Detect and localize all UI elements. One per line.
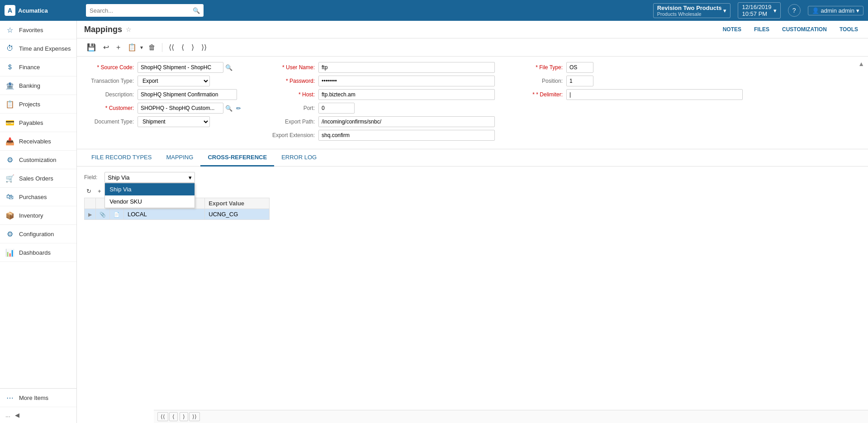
description-input[interactable] (138, 89, 237, 100)
user-avatar-icon: 👤 (812, 7, 819, 14)
add-button[interactable]: + (114, 42, 123, 53)
port-label: Port: (265, 105, 315, 111)
field-selector-row: Field: Ship Via ▾ Ship Via Vendor SKU (84, 172, 861, 183)
form-col-left: Source Code: 🔍 Transaction Type: Export … (84, 62, 247, 143)
customization-button[interactable]: CUSTOMIZATION (779, 24, 830, 34)
sidebar-item-favorites[interactable]: ☆ Favorites (0, 21, 76, 39)
sidebar-item-payables[interactable]: 💳 Payables (0, 114, 76, 132)
field-dropdown[interactable]: Ship Via ▾ (104, 172, 195, 183)
source-code-search-icon[interactable]: 🔍 (223, 63, 234, 72)
password-input[interactable] (318, 76, 495, 86)
host-input[interactable] (318, 89, 495, 100)
company-selector[interactable]: Revision Two Products Products Wholesale… (653, 3, 731, 18)
delete-button[interactable]: 🗑 (146, 42, 158, 53)
sidebar-label-finance: Finance (19, 64, 40, 71)
customer-input[interactable] (138, 103, 223, 114)
sidebar-item-inventory[interactable]: 📦 Inventory (0, 206, 76, 225)
field-dropdown-arrow: ▾ (189, 174, 192, 181)
search-input[interactable] (90, 7, 193, 14)
col-expand (85, 198, 96, 209)
search-button[interactable]: 🔍 (193, 7, 200, 14)
sidebar-item-projects[interactable]: 📋 Projects (0, 95, 76, 114)
username-input[interactable] (318, 62, 495, 73)
document-type-select[interactable]: Shipment Invoice Order (138, 116, 210, 127)
time-display: 10:57 PM (742, 10, 771, 17)
sidebar-item-configuration[interactable]: ⚙ Configuration (0, 225, 76, 243)
sidebar-collapse[interactable]: ... ◀ (0, 407, 76, 423)
source-code-input[interactable] (138, 62, 223, 73)
content-area: Mappings ☆ NOTES FILES CUSTOMIZATION TOO… (77, 21, 868, 423)
sidebar-item-more-items[interactable]: ⋯ More Items (0, 388, 76, 407)
field-dropdown-value: Ship Via (108, 174, 129, 181)
save-button[interactable]: 💾 (84, 41, 99, 53)
grid-add-button[interactable]: + (95, 186, 104, 196)
export-extension-input[interactable] (318, 130, 495, 141)
sidebar-item-sales-orders[interactable]: 🛒 Sales Orders (0, 169, 76, 188)
sidebar-item-receivables[interactable]: 📥 Receivables (0, 132, 76, 151)
favorite-star-button[interactable]: ☆ (126, 26, 132, 33)
position-input[interactable] (566, 76, 593, 86)
pag-last-button[interactable]: ⟩⟩ (189, 412, 200, 421)
page-title-row: Mappings ☆ (84, 25, 132, 34)
field-dropdown-container: Ship Via ▾ Ship Via Vendor SKU (104, 172, 195, 183)
row-file-icon[interactable]: 📄 (114, 212, 120, 217)
user-button[interactable]: 👤 admin admin ▾ (808, 6, 863, 15)
sidebar-item-customization[interactable]: ⚙ Customization (0, 151, 76, 169)
last-button[interactable]: ⟩⟩ (199, 41, 209, 53)
datetime-selector[interactable]: 12/16/2019 10:57 PM ▾ (738, 2, 780, 19)
pag-prev-button[interactable]: ⟨ (169, 412, 178, 421)
sidebar-label-configuration: Configuration (19, 231, 54, 238)
paste-dropdown-button[interactable]: ▾ (139, 43, 144, 52)
field-option-ship-via[interactable]: Ship Via (105, 183, 194, 195)
delimiter-input[interactable] (566, 89, 743, 100)
sidebar-item-time-expenses[interactable]: ⏱ Time and Expenses (0, 39, 76, 58)
field-label: Field: (84, 174, 97, 181)
export-path-input[interactable] (318, 116, 495, 127)
row-expand-icon[interactable]: ▶ (88, 212, 92, 217)
undo-button[interactable]: ↩ (100, 41, 112, 53)
tools-button[interactable]: TOOLS (837, 24, 861, 34)
tabs-bar: FILE RECORD TYPES MAPPING CROSS-REFERENC… (77, 149, 868, 166)
configuration-icon: ⚙ (5, 229, 14, 238)
payables-icon: 💳 (5, 118, 14, 127)
prev-button[interactable]: ⟨ (179, 41, 187, 53)
transaction-type-select[interactable]: Export Import (138, 76, 210, 86)
bottom-pagination: ⟨⟨ ⟨ ⟩ ⟩⟩ (154, 410, 868, 423)
purchases-icon: 🛍 (5, 192, 14, 201)
customer-search-icon[interactable]: 🔍 (223, 104, 234, 113)
grid-refresh-button[interactable]: ↻ (84, 186, 94, 196)
files-button[interactable]: FILES (751, 24, 772, 34)
form-collapse-button[interactable]: ▲ (858, 60, 864, 67)
notes-button[interactable]: NOTES (720, 24, 744, 34)
company-arrow: ▾ (723, 7, 726, 14)
pag-next-button[interactable]: ⟩ (180, 412, 188, 421)
file-type-input[interactable] (566, 62, 593, 73)
tab-mapping[interactable]: MAPPING (159, 149, 200, 166)
datetime-arrow: ▾ (773, 7, 777, 14)
first-button[interactable]: ⟨⟨ (166, 41, 177, 53)
next-button[interactable]: ⟩ (189, 41, 197, 53)
tab-cross-reference[interactable]: CROSS-REFERENCE (200, 149, 274, 166)
sidebar-item-dashboards[interactable]: 📊 Dashboards (0, 243, 76, 262)
port-input[interactable] (318, 103, 355, 114)
sidebar-item-purchases[interactable]: 🛍 Purchases (0, 188, 76, 206)
customer-row: Customer: 🔍 ✏ (84, 103, 247, 114)
tab-error-log[interactable]: ERROR LOG (274, 149, 324, 166)
inventory-icon: 📦 (5, 211, 14, 220)
field-option-vendor-sku[interactable]: Vendor SKU (105, 195, 194, 208)
row-attachment-icon[interactable]: 📎 (100, 212, 106, 217)
sidebar-item-finance[interactable]: $ Finance (0, 58, 76, 76)
export-extension-label: Export Extension: (265, 132, 315, 138)
table-row[interactable]: ▶ 📎 📄 LOCAL UCNG_CG (85, 209, 270, 220)
tab-cross-reference-label: CROSS-REFERENCE (208, 154, 267, 161)
sidebar-item-banking[interactable]: 🏦 Banking (0, 76, 76, 95)
document-type-label: Document Type: (84, 119, 134, 125)
customer-edit-icon[interactable]: ✏ (234, 104, 243, 113)
tab-file-record-types[interactable]: FILE RECORD TYPES (84, 149, 159, 166)
row-export-value-cell: UCNG_CG (205, 209, 270, 220)
row-expand-cell: ▶ (85, 209, 96, 220)
paste-button[interactable]: 📋 (125, 41, 139, 53)
transaction-type-row: Transaction Type: Export Import (84, 76, 247, 86)
pag-first-button[interactable]: ⟨⟨ (157, 412, 168, 421)
help-button[interactable]: ? (788, 4, 801, 17)
